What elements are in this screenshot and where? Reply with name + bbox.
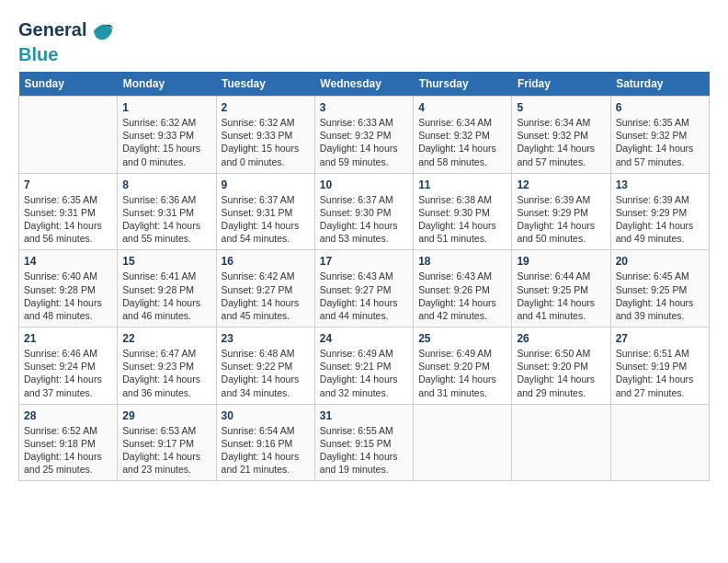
day-number: 24 [320, 332, 408, 345]
day-info: Sunrise: 6:32 AMSunset: 9:33 PMDaylight:… [122, 116, 210, 168]
day-info: Sunrise: 6:39 AMSunset: 9:29 PMDaylight:… [616, 193, 704, 246]
day-info: Sunrise: 6:49 AMSunset: 9:21 PMDaylight:… [320, 347, 408, 399]
day-number: 11 [418, 178, 506, 191]
day-info: Sunrise: 6:37 AMSunset: 9:31 PMDaylight:… [222, 193, 310, 246]
calendar-cell: 21Sunrise: 6:46 AMSunset: 9:24 PMDayligh… [19, 327, 118, 405]
logo-text: General Blue [18, 18, 115, 64]
day-number: 26 [517, 332, 605, 345]
calendar-cell [512, 404, 610, 481]
day-number: 22 [122, 332, 210, 345]
day-info: Sunrise: 6:43 AMSunset: 9:26 PMDaylight:… [418, 270, 506, 322]
day-info: Sunrise: 6:44 AMSunset: 9:25 PMDaylight:… [517, 270, 605, 322]
calendar-week-row: 1Sunrise: 6:32 AMSunset: 9:33 PMDaylight… [19, 97, 710, 174]
page-header: General Blue [18, 18, 710, 64]
day-info: Sunrise: 6:42 AMSunset: 9:27 PMDaylight:… [222, 270, 310, 322]
calendar-cell: 18Sunrise: 6:43 AMSunset: 9:26 PMDayligh… [414, 250, 512, 327]
calendar-cell: 14Sunrise: 6:40 AMSunset: 9:28 PMDayligh… [19, 250, 118, 327]
calendar-cell: 17Sunrise: 6:43 AMSunset: 9:27 PMDayligh… [314, 250, 413, 327]
calendar-cell: 8Sunrise: 6:36 AMSunset: 9:31 PMDaylight… [118, 173, 216, 250]
day-info: Sunrise: 6:53 AMSunset: 9:17 PMDaylight:… [122, 424, 210, 477]
calendar-cell: 28Sunrise: 6:52 AMSunset: 9:18 PMDayligh… [19, 404, 118, 481]
calendar-cell: 19Sunrise: 6:44 AMSunset: 9:25 PMDayligh… [512, 250, 610, 327]
day-info: Sunrise: 6:52 AMSunset: 9:18 PMDaylight:… [24, 424, 112, 477]
calendar-cell [610, 404, 709, 481]
day-number: 18 [418, 255, 506, 268]
calendar-cell: 6Sunrise: 6:35 AMSunset: 9:32 PMDaylight… [610, 97, 709, 174]
logo: General Blue [18, 18, 115, 64]
calendar-week-row: 7Sunrise: 6:35 AMSunset: 9:31 PMDaylight… [19, 173, 710, 250]
day-info: Sunrise: 6:51 AMSunset: 9:19 PMDaylight:… [616, 347, 704, 399]
day-number: 14 [24, 255, 112, 268]
day-info: Sunrise: 6:55 AMSunset: 9:15 PMDaylight:… [320, 424, 408, 477]
calendar-cell: 23Sunrise: 6:48 AMSunset: 9:22 PMDayligh… [216, 327, 314, 405]
day-info: Sunrise: 6:50 AMSunset: 9:20 PMDaylight:… [517, 347, 605, 399]
day-number: 25 [418, 332, 506, 345]
calendar-cell: 2Sunrise: 6:32 AMSunset: 9:33 PMDaylight… [216, 97, 314, 174]
column-header-friday: Friday [512, 72, 610, 97]
day-info: Sunrise: 6:36 AMSunset: 9:31 PMDaylight:… [122, 193, 210, 246]
calendar-cell: 30Sunrise: 6:54 AMSunset: 9:16 PMDayligh… [216, 404, 314, 481]
calendar-cell: 1Sunrise: 6:32 AMSunset: 9:33 PMDaylight… [118, 97, 216, 174]
calendar-cell: 29Sunrise: 6:53 AMSunset: 9:17 PMDayligh… [118, 404, 216, 481]
calendar-cell: 5Sunrise: 6:34 AMSunset: 9:32 PMDaylight… [512, 97, 610, 174]
day-number: 27 [616, 332, 704, 345]
calendar-week-row: 14Sunrise: 6:40 AMSunset: 9:28 PMDayligh… [19, 250, 710, 327]
day-number: 2 [222, 101, 310, 114]
day-info: Sunrise: 6:49 AMSunset: 9:20 PMDaylight:… [418, 347, 506, 399]
day-info: Sunrise: 6:47 AMSunset: 9:23 PMDaylight:… [122, 347, 210, 399]
day-info: Sunrise: 6:45 AMSunset: 9:25 PMDaylight:… [616, 270, 704, 322]
day-number: 31 [320, 409, 408, 422]
calendar-cell: 16Sunrise: 6:42 AMSunset: 9:27 PMDayligh… [216, 250, 314, 327]
day-number: 6 [616, 101, 704, 114]
day-info: Sunrise: 6:46 AMSunset: 9:24 PMDaylight:… [24, 347, 112, 399]
calendar-cell: 22Sunrise: 6:47 AMSunset: 9:23 PMDayligh… [118, 327, 216, 405]
calendar-week-row: 21Sunrise: 6:46 AMSunset: 9:24 PMDayligh… [19, 327, 710, 405]
calendar-cell: 4Sunrise: 6:34 AMSunset: 9:32 PMDaylight… [414, 97, 512, 174]
day-info: Sunrise: 6:34 AMSunset: 9:32 PMDaylight:… [418, 116, 506, 168]
calendar-cell: 9Sunrise: 6:37 AMSunset: 9:31 PMDaylight… [216, 173, 314, 250]
day-number: 23 [222, 332, 310, 345]
day-number: 15 [122, 255, 210, 268]
day-number: 29 [122, 409, 210, 422]
calendar-table: SundayMondayTuesdayWednesdayThursdayFrid… [18, 72, 710, 481]
day-info: Sunrise: 6:37 AMSunset: 9:30 PMDaylight:… [320, 193, 408, 246]
column-header-sunday: Sunday [19, 72, 118, 97]
day-number: 3 [320, 101, 408, 114]
column-header-monday: Monday [118, 72, 216, 97]
calendar-cell: 13Sunrise: 6:39 AMSunset: 9:29 PMDayligh… [610, 173, 709, 250]
day-number: 7 [24, 178, 112, 191]
day-number: 30 [222, 409, 310, 422]
day-number: 19 [517, 255, 605, 268]
day-number: 4 [418, 101, 506, 114]
day-info: Sunrise: 6:35 AMSunset: 9:31 PMDaylight:… [24, 193, 112, 246]
day-info: Sunrise: 6:40 AMSunset: 9:28 PMDaylight:… [24, 270, 112, 322]
logo-blue: Blue [18, 44, 58, 64]
day-number: 21 [24, 332, 112, 345]
column-header-thursday: Thursday [414, 72, 512, 97]
column-header-tuesday: Tuesday [216, 72, 314, 97]
calendar-cell: 24Sunrise: 6:49 AMSunset: 9:21 PMDayligh… [314, 327, 413, 405]
day-number: 12 [517, 178, 605, 191]
day-number: 20 [616, 255, 704, 268]
day-number: 1 [122, 101, 210, 114]
day-info: Sunrise: 6:34 AMSunset: 9:32 PMDaylight:… [517, 116, 605, 168]
column-header-wednesday: Wednesday [314, 72, 413, 97]
day-number: 10 [320, 178, 408, 191]
calendar-cell [414, 404, 512, 481]
day-number: 17 [320, 255, 408, 268]
calendar-week-row: 28Sunrise: 6:52 AMSunset: 9:18 PMDayligh… [19, 404, 710, 481]
day-info: Sunrise: 6:54 AMSunset: 9:16 PMDaylight:… [222, 424, 310, 477]
calendar-cell: 27Sunrise: 6:51 AMSunset: 9:19 PMDayligh… [610, 327, 709, 405]
calendar-header-row: SundayMondayTuesdayWednesdayThursdayFrid… [19, 72, 710, 97]
calendar-cell [19, 97, 118, 174]
day-number: 5 [517, 101, 605, 114]
calendar-cell: 25Sunrise: 6:49 AMSunset: 9:20 PMDayligh… [414, 327, 512, 405]
calendar-cell: 10Sunrise: 6:37 AMSunset: 9:30 PMDayligh… [314, 173, 413, 250]
calendar-cell: 11Sunrise: 6:38 AMSunset: 9:30 PMDayligh… [414, 173, 512, 250]
day-info: Sunrise: 6:33 AMSunset: 9:32 PMDaylight:… [320, 116, 408, 168]
day-info: Sunrise: 6:32 AMSunset: 9:33 PMDaylight:… [222, 116, 310, 168]
calendar-cell: 12Sunrise: 6:39 AMSunset: 9:29 PMDayligh… [512, 173, 610, 250]
calendar-cell: 7Sunrise: 6:35 AMSunset: 9:31 PMDaylight… [19, 173, 118, 250]
day-number: 16 [222, 255, 310, 268]
day-number: 28 [24, 409, 112, 422]
